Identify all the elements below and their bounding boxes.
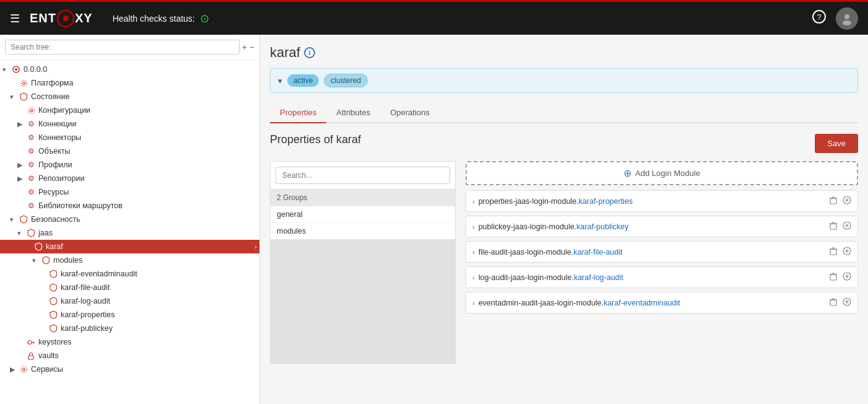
tab-properties[interactable]: Properties bbox=[270, 103, 326, 123]
sidebar-tree: ▾0.0.0.0Платформа▾СостояниеКонфигурации▶… bbox=[0, 60, 259, 404]
chain-icon-connectors: ⚙ bbox=[26, 133, 36, 143]
tree-toggle-state[interactable]: ▾ bbox=[10, 93, 17, 101]
module-toggle-mod5[interactable]: › bbox=[472, 299, 475, 307]
sidebar-item-profiles[interactable]: ▶⚙Профили bbox=[0, 158, 259, 172]
avatar[interactable] bbox=[836, 7, 858, 30]
properties-search-input[interactable] bbox=[276, 167, 450, 184]
page-title-text: karaf bbox=[270, 45, 300, 61]
sidebar-item-karaf-log-audit[interactable]: karaf-log-audit bbox=[0, 294, 259, 308]
module-delete-icon-mod1[interactable] bbox=[829, 196, 838, 206]
shield-icon-jaas bbox=[26, 228, 36, 238]
sidebar-item-config[interactable]: Конфигурации bbox=[0, 103, 259, 117]
tree-toggle-jaas[interactable]: ▾ bbox=[17, 229, 25, 237]
module-delete-icon-mod3[interactable] bbox=[829, 247, 838, 257]
sidebar-label-profiles: Профили bbox=[38, 160, 72, 169]
tree-toggle-services[interactable]: ▶ bbox=[10, 366, 17, 374]
people-icon-profiles: ⚙ bbox=[26, 160, 36, 170]
module-add-icon-mod2[interactable] bbox=[843, 221, 851, 232]
sidebar-item-jaas[interactable]: ▾jaas bbox=[0, 226, 259, 240]
tabs: Properties Attributes Operations bbox=[270, 103, 858, 123]
tab-attributes[interactable]: Attributes bbox=[326, 103, 380, 123]
tree-toggle-root[interactable]: ▾ bbox=[2, 66, 10, 74]
module-delete-icon-mod5[interactable] bbox=[829, 297, 838, 308]
sidebar-item-repos[interactable]: ▶⚙Репозитории bbox=[0, 172, 259, 185]
collapse-all-icon[interactable]: − bbox=[250, 42, 254, 52]
sidebar-item-modules[interactable]: ▾modules bbox=[0, 253, 259, 267]
sidebar-item-platform[interactable]: Платформа bbox=[0, 76, 259, 90]
expand-all-icon[interactable]: + bbox=[242, 42, 247, 52]
shield-icon-karaf-publickey bbox=[48, 323, 58, 333]
module-delete-icon-mod2[interactable] bbox=[829, 221, 838, 232]
sidebar-item-security[interactable]: ▾Безопасность bbox=[0, 213, 259, 226]
tree-toggle-repos[interactable]: ▶ bbox=[17, 175, 25, 183]
page-title: karaf i bbox=[270, 45, 858, 61]
module-row-mod1[interactable]: ›properties-jaas-login-module.karaf-prop… bbox=[466, 190, 858, 212]
sidebar-label-config: Конфигурации bbox=[38, 106, 90, 115]
info-icon[interactable]: i bbox=[304, 47, 315, 58]
search-input[interactable] bbox=[5, 40, 240, 55]
module-actions-mod1 bbox=[829, 196, 851, 206]
svg-rect-13 bbox=[28, 356, 33, 359]
module-toggle-mod1[interactable]: › bbox=[472, 198, 475, 205]
tree-toggle-security[interactable]: ▾ bbox=[10, 216, 17, 224]
tree-toggle-profiles[interactable]: ▶ bbox=[17, 161, 25, 169]
group-item-modules[interactable]: modules bbox=[271, 222, 455, 239]
sidebar-item-services[interactable]: ▶Сервисы bbox=[0, 362, 259, 376]
module-delete-icon-mod4[interactable] bbox=[829, 272, 838, 283]
tree-toggle-modules[interactable]: ▾ bbox=[32, 257, 40, 265]
sidebar-item-root[interactable]: ▾0.0.0.0 bbox=[0, 63, 259, 76]
sidebar-item-connectors[interactable]: ⚙Коннекторы bbox=[0, 131, 259, 144]
sidebar-item-keystores[interactable]: keystores bbox=[0, 335, 259, 349]
sidebar: + − ▾0.0.0.0Платформа▾СостояниеКонфигура… bbox=[0, 35, 260, 404]
group-item-general[interactable]: general bbox=[271, 206, 455, 222]
module-add-icon-mod1[interactable] bbox=[843, 196, 851, 206]
sidebar-label-resources: Ресурсы bbox=[38, 188, 69, 196]
module-add-icon-mod3[interactable] bbox=[843, 247, 851, 257]
menu-icon[interactable]: ☰ bbox=[10, 12, 20, 25]
chain-icon-connections: ⚙ bbox=[26, 119, 36, 129]
svg-point-6 bbox=[22, 82, 25, 84]
sidebar-item-resources[interactable]: ⚙Ресурсы bbox=[0, 185, 259, 199]
sidebar-item-karaf-eventadminaudit[interactable]: karaf-eventadminaudit bbox=[0, 267, 259, 281]
svg-point-8 bbox=[30, 109, 32, 112]
sidebar-item-karaf-publickey[interactable]: karaf-publickey bbox=[0, 322, 259, 335]
tab-operations[interactable]: Operations bbox=[380, 103, 440, 123]
module-add-icon-mod5[interactable] bbox=[843, 297, 851, 308]
gear-icon-services bbox=[19, 364, 28, 374]
module-toggle-mod2[interactable]: › bbox=[472, 223, 475, 231]
module-toggle-mod3[interactable]: › bbox=[472, 248, 475, 256]
module-toggle-mod4[interactable]: › bbox=[472, 274, 475, 281]
topbar: ☰ ENT XY Health checks status: ⊙ ? bbox=[0, 0, 868, 35]
add-login-module-label: Add Login Module bbox=[635, 169, 700, 178]
right-panel: ⊕ Add Login Module ›properties-jaas-logi… bbox=[466, 161, 858, 364]
svg-point-9 bbox=[28, 107, 34, 113]
sidebar-label-platform: Платформа bbox=[31, 79, 73, 87]
tree-toggle-connections[interactable]: ▶ bbox=[17, 120, 25, 128]
sidebar-item-karaf-file-audit[interactable]: karaf-file-audit bbox=[0, 281, 259, 294]
sidebar-item-state[interactable]: ▾Состояние bbox=[0, 90, 259, 103]
status-chevron-icon[interactable]: ▾ bbox=[278, 76, 282, 86]
sidebar-item-objects[interactable]: ⚙Объекты bbox=[0, 144, 259, 158]
help-icon[interactable]: ? bbox=[812, 10, 826, 27]
sidebar-item-karaf-properties[interactable]: karaf-properties bbox=[0, 308, 259, 322]
gear-icon-config bbox=[26, 105, 36, 115]
sidebar-item-connections[interactable]: ▶⚙Коннекции bbox=[0, 117, 259, 131]
add-login-module-button[interactable]: ⊕ Add Login Module bbox=[466, 161, 858, 185]
module-row-mod4[interactable]: ›log-audit-jaas-login-module.karaf-log-a… bbox=[466, 266, 858, 288]
sidebar-label-objects: Объекты bbox=[38, 147, 71, 156]
sidebar-item-libraries[interactable]: ⚙Библиотеки маршрутов bbox=[0, 199, 259, 213]
sidebar-label-karaf-publickey: karaf-publickey bbox=[61, 324, 113, 333]
shield-icon-karaf bbox=[33, 242, 43, 252]
sidebar-item-vaults[interactable]: vaults bbox=[0, 349, 259, 362]
svg-text:?: ? bbox=[817, 12, 821, 22]
sidebar-item-karaf[interactable]: karaf› bbox=[0, 240, 259, 253]
module-row-mod2[interactable]: ›publickey-jaas-login-module.karaf-publi… bbox=[466, 216, 858, 237]
module-row-mod5[interactable]: ›eventadmin-audit-jaas-login-module.kara… bbox=[466, 292, 858, 314]
module-row-mod3[interactable]: ›file-audit-jaas-login-module.karaf-file… bbox=[466, 241, 858, 263]
module-add-icon-mod4[interactable] bbox=[843, 272, 851, 283]
save-button[interactable]: Save bbox=[815, 134, 858, 153]
shield-icon-karaf-log-audit bbox=[48, 296, 58, 306]
box-icon-resources: ⚙ bbox=[26, 187, 36, 197]
content-area: karaf i ▾ active clustered Properties At… bbox=[260, 35, 868, 404]
main-layout: + − ▾0.0.0.0Платформа▾СостояниеКонфигура… bbox=[0, 35, 868, 404]
